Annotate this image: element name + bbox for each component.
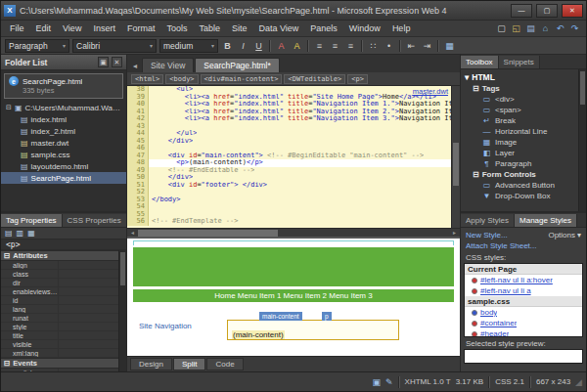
tab-apply-styles[interactable]: Apply Styles <box>461 214 515 227</box>
categorized-icon[interactable]: ▤ <box>5 229 13 238</box>
toolbox-group-tags[interactable]: ⊟Tags <box>461 83 578 94</box>
attribute-value[interactable] <box>58 340 118 348</box>
tag-properties-scrollbar[interactable] <box>118 250 126 371</box>
save-icon[interactable]: ▤ <box>524 22 537 35</box>
attribute-value[interactable] <box>58 261 118 269</box>
menu-view[interactable]: View <box>57 22 87 35</box>
borders-button[interactable]: ▦ <box>443 39 456 53</box>
style-item-left-nav-ul-li-a[interactable]: #left-nav ul li a <box>465 285 582 296</box>
menu-site[interactable]: Site <box>226 22 253 35</box>
toolbox-group-form-controls[interactable]: ⊟Form Controls <box>461 169 578 180</box>
bold-button[interactable]: B <box>221 39 234 53</box>
preview-in-browser-icon[interactable]: ⌂ <box>539 22 552 35</box>
style-item-header[interactable]: #header <box>465 328 582 337</box>
attribute-row-lang[interactable]: lang <box>1 305 118 314</box>
menu-panels[interactable]: Panels <box>304 22 343 35</box>
tree-item-master-dwt[interactable]: ▤master.dwt <box>1 137 126 149</box>
style-application-icon[interactable]: ✎ <box>385 377 393 387</box>
tab-site-view[interactable]: Site View <box>142 58 194 72</box>
attribute-value[interactable] <box>58 314 118 322</box>
tree-item-sample-css[interactable]: ▤sample.css <box>1 149 126 160</box>
master-dwt-link[interactable]: master.dwt <box>413 87 448 96</box>
new-style-link[interactable]: New Style... <box>466 231 508 240</box>
scrollbar-thumb[interactable] <box>120 252 125 285</box>
toolbox-item-image[interactable]: ▦Image <box>461 137 578 148</box>
attribute-row-onclick[interactable]: onclick <box>1 369 118 371</box>
redo-icon[interactable]: ↷ <box>568 22 581 35</box>
open-folder-icon[interactable]: ◱ <box>510 22 522 35</box>
attribute-value[interactable] <box>58 331 118 339</box>
toolbox-item-paragraph[interactable]: ¶Paragraph <box>461 158 578 169</box>
code-horizontal-scrollbar[interactable]: ◄ ► <box>127 228 460 237</box>
editable-region-text[interactable]: (main-content) <box>232 330 285 339</box>
align-right-button[interactable]: ≡ <box>344 39 357 53</box>
close-button[interactable]: ✕ <box>562 4 583 18</box>
toolbox-item-drop-down-box[interactable]: ▼Drop-Down Box <box>461 191 578 201</box>
tree-item-index-html[interactable]: ▤index.html <box>1 113 126 125</box>
attribute-row-style[interactable]: style <box>1 323 118 331</box>
attribute-value[interactable] <box>58 287 118 295</box>
attribute-row-enableviewstate[interactable]: enableviewstate <box>1 287 118 296</box>
toolbox-item-horizontal-line[interactable]: ―Horizontal Line <box>461 126 578 137</box>
scroll-right-icon[interactable]: ► <box>450 230 459 237</box>
attribute-row-xml-lang[interactable]: xml:lang <box>1 349 118 358</box>
tab-toolbox[interactable]: Toolbox <box>461 56 499 68</box>
attribute-value[interactable] <box>58 369 118 371</box>
attribute-value[interactable] <box>58 305 118 313</box>
increase-indent-button[interactable]: ⇥ <box>421 39 433 53</box>
tree-item-index-2-html[interactable]: ▤index_2.html <box>1 125 126 137</box>
attribute-value[interactable] <box>58 279 118 286</box>
align-center-button[interactable]: ≡ <box>329 39 341 53</box>
menu-format[interactable]: Format <box>121 22 161 35</box>
toolbox-item-div[interactable]: ▭<div> <box>461 94 578 105</box>
attribute-row-visible[interactable]: visible <box>1 340 118 349</box>
tag-label-chip[interactable]: p <box>322 312 332 321</box>
menu-table[interactable]: Table <box>193 22 226 35</box>
attribute-value[interactable] <box>58 323 118 330</box>
design-pane[interactable]: Home Menu Item 1 Menu Item 2 Menu Item 3… <box>127 237 460 356</box>
maximize-button[interactable]: ▢ <box>536 4 558 18</box>
toolbox-item-break[interactable]: ↵Break <box>461 115 578 126</box>
tab-manage-styles[interactable]: Manage Styles <box>515 214 577 227</box>
view-tab-split[interactable]: Split <box>173 358 206 370</box>
attribute-value[interactable] <box>58 349 118 357</box>
undo-icon[interactable]: ↶ <box>554 22 566 35</box>
font-size-dropdown[interactable]: medium▾ <box>159 39 218 53</box>
toolbox-item-advanced-button[interactable]: ▭Advanced Button <box>461 180 578 191</box>
attach-style-sheet-link[interactable]: Attach Style Sheet... <box>466 241 536 250</box>
options-dropdown[interactable]: Options ▾ <box>548 231 581 240</box>
show-set-properties-icon[interactable]: ▦ <box>27 229 35 238</box>
code-vertical-scrollbar[interactable] <box>451 86 460 228</box>
tree-item-searchpage-html[interactable]: ▤SearchPage.html <box>1 172 126 184</box>
region-label-chip[interactable]: main-content <box>259 312 302 321</box>
menu-edit[interactable]: Edit <box>30 22 58 35</box>
collapse-icon[interactable]: ⊟ <box>473 84 479 93</box>
menu-help[interactable]: Help <box>386 22 417 35</box>
bullet-list-button[interactable]: • <box>383 39 395 53</box>
tab-searchpage-html[interactable]: SearchPage.html* <box>195 58 280 72</box>
collapse-icon[interactable]: ⊟ <box>473 170 479 179</box>
view-tab-code[interactable]: Code <box>206 358 243 370</box>
attribute-row-runat[interactable]: runat <box>1 314 118 323</box>
style-dropdown[interactable]: Paragraph▾ <box>5 39 69 53</box>
underline-button[interactable]: U <box>252 39 265 53</box>
style-item-body[interactable]: body <box>465 307 582 318</box>
attribute-row-id[interactable]: id <box>1 296 118 305</box>
highlight-color-button[interactable]: A <box>291 39 303 53</box>
scroll-left-icon[interactable]: ◄ <box>128 230 137 237</box>
breadcrumb-tag-p[interactable]: <p> <box>347 74 368 84</box>
menu-file[interactable]: File <box>4 22 30 35</box>
decrease-indent-button[interactable]: ⇤ <box>405 39 418 53</box>
tab-snippets[interactable]: Snippets <box>499 56 540 68</box>
toolbox-scrollbar[interactable] <box>578 69 586 211</box>
visual-aids-icon[interactable]: ▣ <box>372 377 381 387</box>
tab-tag-properties[interactable]: Tag Properties <box>1 214 63 227</box>
minimize-button[interactable]: — <box>511 4 532 18</box>
attribute-value[interactable] <box>58 296 118 304</box>
scrollbar-thumb[interactable] <box>453 143 459 186</box>
design-header-block[interactable] <box>133 247 454 286</box>
menu-data-view[interactable]: Data View <box>252 22 304 35</box>
menu-tools[interactable]: Tools <box>160 22 193 35</box>
text-color-button[interactable]: A <box>275 39 288 53</box>
new-document-icon[interactable]: ▢ <box>495 22 508 35</box>
